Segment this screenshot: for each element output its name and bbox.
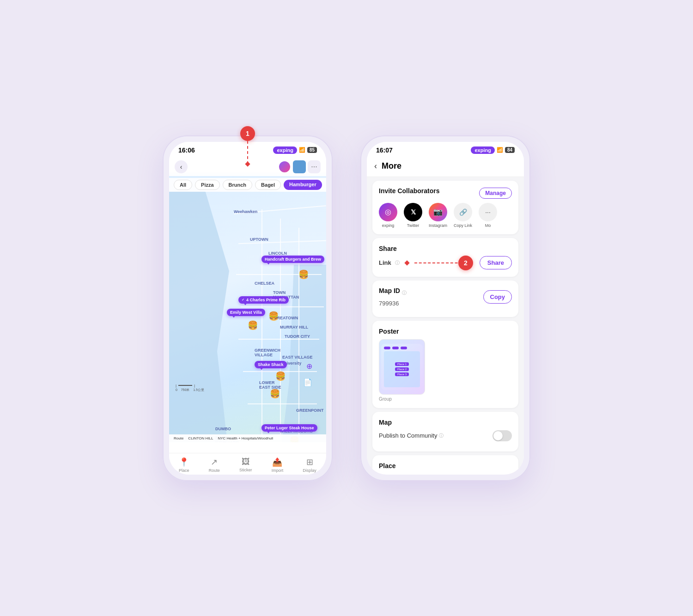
map-label-tudor: TUDOR CITY bbox=[285, 334, 310, 339]
poster-section: Poster Place 1 bbox=[372, 321, 518, 408]
poster-label: Group bbox=[379, 396, 512, 402]
publish-label-row: Publish to Community ⓘ bbox=[379, 432, 444, 439]
road-7 bbox=[248, 403, 317, 404]
map-label-weehawken: Weehawken bbox=[234, 209, 257, 214]
location-icon[interactable]: ⊕ bbox=[306, 362, 312, 371]
nav-route[interactable]: ↗ Route bbox=[209, 457, 220, 473]
poster-title: Poster bbox=[379, 328, 399, 335]
map-id-title: Map ID bbox=[379, 287, 400, 294]
exping-label: exping bbox=[382, 223, 395, 228]
poster-map-area: Place 1 Place 2 Place 3 bbox=[384, 351, 420, 387]
emoji-burger-5: 🍔 bbox=[270, 389, 280, 399]
route-label: Route bbox=[174, 436, 183, 440]
nav-place[interactable]: 📍 Place bbox=[179, 457, 189, 473]
cat-all[interactable]: All bbox=[174, 180, 192, 190]
road-3 bbox=[236, 274, 322, 275]
bottom-overlay: Route CLINTON HILL NYC Health + Hospital… bbox=[169, 434, 326, 442]
more-share-label: Mo bbox=[485, 223, 491, 228]
share-section: Share Link ⓘ 2 bbox=[372, 238, 518, 277]
map-label-uptown: UPTOWN bbox=[250, 237, 268, 242]
share-copylink[interactable]: 🔗 Copy Link bbox=[454, 203, 472, 228]
place-icon: 📍 bbox=[179, 457, 189, 467]
map-section: Map Publish to Community ⓘ bbox=[372, 412, 518, 451]
instagram-icon: 📷 bbox=[429, 203, 447, 221]
map-section-title: Map bbox=[379, 419, 392, 426]
avatar-2 bbox=[293, 160, 306, 173]
poster-pin-1: Place 1 bbox=[395, 362, 409, 366]
manage-button[interactable]: Manage bbox=[479, 188, 512, 199]
nav-display-label: Display bbox=[303, 468, 316, 473]
more-back-button[interactable]: ‹ bbox=[374, 161, 377, 171]
display-icon: ⊞ bbox=[306, 457, 313, 467]
map-back-button[interactable]: ‹ bbox=[175, 160, 188, 173]
left-battery: 85 bbox=[307, 147, 317, 153]
poster-pin-3: Place 3 bbox=[395, 372, 409, 376]
share-twitter[interactable]: 𝕏 Twitter bbox=[404, 203, 422, 228]
left-phone-inner: 16:06 exping 📶 85 ‹ ··· All Pizza bbox=[169, 142, 326, 475]
more-options-button[interactable]: ··· bbox=[308, 160, 321, 173]
right-status-icons: exping 📶 84 bbox=[471, 146, 515, 154]
left-time: 16:06 bbox=[178, 146, 195, 154]
instagram-label: Instagram bbox=[429, 223, 447, 228]
place-section-title: Place bbox=[379, 462, 396, 470]
road-5 bbox=[238, 339, 319, 340]
copy-button[interactable]: Copy bbox=[483, 290, 512, 304]
link-dashed-container: 2 bbox=[414, 256, 467, 270]
map-label-lower: LOWEREAST SIDE bbox=[259, 380, 281, 390]
cat-bagel[interactable]: Bagel bbox=[255, 180, 281, 190]
pin-emily[interactable]: Emily West Villa bbox=[227, 309, 265, 316]
publish-toggle[interactable] bbox=[492, 430, 512, 441]
poster-image[interactable]: Place 1 Place 2 Place 3 bbox=[379, 339, 425, 395]
pin-peterluger[interactable]: Peter Luger Steak House bbox=[261, 424, 317, 432]
cat-pizza[interactable]: Pizza bbox=[195, 180, 220, 190]
document-icon[interactable]: 📄 bbox=[303, 378, 312, 387]
pin-charles[interactable]: ✓4 Charles Prime Rib bbox=[238, 296, 289, 304]
more-icon: ··· bbox=[479, 203, 497, 221]
map-id-section: Map ID ⓘ 799936 Copy bbox=[372, 281, 518, 317]
share-instagram[interactable]: 📷 Instagram bbox=[429, 203, 447, 228]
cat-brunch[interactable]: Brunch bbox=[223, 180, 253, 190]
nav-display[interactable]: ⊞ Display bbox=[303, 457, 316, 473]
more-content[interactable]: Invite Collaborators Manage ◎ exping bbox=[367, 177, 524, 473]
nav-sticker-label: Sticker bbox=[239, 468, 252, 472]
map-area[interactable]: Weehawken UPTOWN LINCOLNSQUARE CHELSEA T… bbox=[169, 172, 326, 442]
share-exping[interactable]: ◎ exping bbox=[379, 203, 397, 228]
map-avatars: ··· bbox=[278, 160, 321, 173]
link-icon: 🔗 bbox=[454, 203, 472, 221]
category-bar: All Pizza Brunch Bagel Hamburger bbox=[169, 178, 326, 192]
link-row: Link ⓘ 2 Share bbox=[379, 256, 512, 270]
poster-dots-row-1 bbox=[384, 347, 420, 349]
step-1-badge: 1 bbox=[240, 126, 255, 141]
nav-import-label: Import bbox=[272, 468, 284, 473]
nav-place-label: Place bbox=[179, 468, 189, 473]
step-2-badge: 2 bbox=[458, 256, 473, 270]
share-button[interactable]: Share bbox=[480, 256, 512, 269]
link-label: Link bbox=[379, 259, 391, 266]
right-phone-inner: 16:07 exping 📶 84 ‹ More Invite Collabor… bbox=[367, 142, 524, 475]
pin-handcraft[interactable]: Handcraft Burgers and Brew bbox=[261, 256, 324, 263]
right-phone: 16:07 exping 📶 84 ‹ More Invite Collabor… bbox=[360, 135, 530, 481]
map-label-eastvillage: EAST VILLAGE bbox=[282, 355, 313, 360]
invite-section: Invite Collaborators Manage ◎ exping bbox=[372, 181, 518, 234]
map-id-left: Map ID ⓘ 799936 bbox=[379, 287, 407, 307]
cat-hamburger[interactable]: Hamburger bbox=[284, 180, 322, 190]
nav-sticker[interactable]: 🖼 Sticker bbox=[239, 457, 252, 472]
sticker-icon: 🖼 bbox=[242, 457, 250, 467]
pin-shakeshack[interactable]: Shake Shack bbox=[255, 361, 287, 368]
scale-bar: | | 0 750米 1.5公里 bbox=[176, 384, 204, 392]
road-v1 bbox=[261, 209, 262, 440]
publish-row: Publish to Community ⓘ bbox=[379, 430, 512, 441]
poster-container[interactable]: Place 1 Place 2 Place 3 Group bbox=[379, 339, 512, 402]
left-app-badge: exping bbox=[273, 146, 297, 154]
map-label-chelsea: CHELSEA bbox=[255, 281, 274, 286]
publish-info-icon: ⓘ bbox=[439, 433, 444, 439]
more-header: ‹ More bbox=[367, 156, 524, 177]
poster-preview: Place 1 Place 2 Place 3 bbox=[381, 344, 423, 390]
place-section: Place bbox=[372, 455, 518, 473]
emoji-burger-3: 🍔 bbox=[248, 320, 258, 330]
poster-pin-2: Place 2 bbox=[395, 367, 409, 371]
left-status-icons: exping 📶 85 bbox=[273, 146, 317, 154]
right-app-badge: exping bbox=[471, 146, 494, 154]
nav-import[interactable]: 📤 Import bbox=[272, 457, 284, 473]
share-more[interactable]: ··· Mo bbox=[479, 203, 497, 228]
